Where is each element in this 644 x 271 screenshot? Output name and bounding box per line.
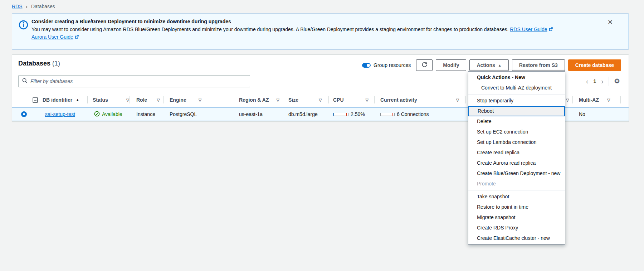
banner-close-icon[interactable]: ✕ [608, 18, 613, 26]
current-activity-value: 6 Connections [397, 111, 429, 117]
toggle-switch-icon[interactable] [362, 63, 371, 68]
page-title-count: (1) [52, 60, 60, 67]
current-activity-cell: 6 Connections [380, 108, 429, 121]
banner-body-text: You may want to consider using Amazon RD… [31, 26, 508, 32]
sort-icon: ▽ [607, 98, 610, 102]
create-database-button[interactable]: Create database [568, 59, 621, 71]
refresh-button[interactable] [416, 59, 433, 71]
sort-icon: ▽ [366, 98, 369, 102]
column-header-status[interactable]: Status▽ [93, 93, 129, 107]
status-available-check-icon [94, 111, 100, 118]
info-banner: Consider creating a Blue/Green Deploymen… [12, 14, 629, 49]
cpu-value: 2.50% [351, 111, 365, 117]
column-header-region-az[interactable]: Region & AZ▽ [239, 93, 279, 107]
toolbar: Group resources Modify Actions ▲ Restore… [362, 59, 621, 71]
external-link-icon [74, 34, 79, 41]
menu-item-delete[interactable]: Delete [468, 116, 565, 127]
status-text: Available [102, 111, 122, 117]
menu-item-set-up-lambda-connection[interactable]: Set up Lambda connection [468, 137, 565, 147]
table-settings-gear-icon[interactable]: ⚙ [614, 77, 620, 86]
menu-item-migrate-snapshot[interactable]: Migrate snapshot [468, 212, 565, 223]
db-identifier-link[interactable]: sai-setup-test [45, 111, 75, 117]
collapse-all-checkbox[interactable] [33, 97, 38, 103]
multi-az-cell: No [579, 108, 585, 121]
group-resources-label: Group resources [374, 62, 411, 68]
menu-item-convert-to-multi-az-deployment[interactable]: Convert to Multi-AZ deployment [468, 83, 565, 93]
size-cell: db.m5d.large [288, 108, 318, 121]
pagination-divider [609, 77, 609, 86]
caret-up-icon: ▲ [498, 63, 502, 67]
rds-user-guide-link[interactable]: RDS User Guide [510, 26, 553, 32]
restore-from-s3-button[interactable]: Restore from S3 [512, 59, 565, 71]
info-icon [19, 20, 28, 31]
page-title-text: Databases [18, 60, 50, 67]
region-az-cell: us-east-1a [239, 108, 263, 121]
menu-item-stop-temporarily[interactable]: Stop temporarily [468, 96, 565, 106]
previous-page-icon[interactable]: ‹ [586, 76, 589, 86]
sort-icon: ▽ [456, 98, 459, 102]
column-header-cpu[interactable]: CPU▽ [333, 93, 369, 107]
menu-item-create-blue-green-deployment-new[interactable]: Create Blue/Green Deployment - new [468, 168, 565, 179]
search-icon [22, 78, 28, 84]
status-cell: Available [94, 108, 122, 121]
sort-icon: ▽ [157, 98, 160, 102]
breadcrumb-current: Databases [31, 4, 55, 9]
menu-item-create-elasticache-cluster-new[interactable]: Create ElastiCache cluster - new [468, 233, 565, 243]
role-cell: Instance [136, 108, 155, 121]
external-link-icon [548, 26, 553, 33]
sort-ascending-icon: ▲ [75, 98, 79, 102]
menu-item-quick-actions-new: Quick Actions - New [468, 72, 565, 83]
cpu-usage-bar [333, 113, 348, 116]
column-header-role[interactable]: Role▽ [136, 93, 160, 107]
cpu-cell: 2.50% [333, 108, 365, 121]
menu-item-restore-to-point-in-time[interactable]: Restore to point in time [468, 202, 565, 212]
menu-item-promote: Promote [468, 179, 565, 189]
sort-icon: ▽ [199, 98, 201, 102]
filter-databases-input[interactable] [30, 78, 246, 84]
filter-container [18, 75, 250, 87]
actions-menu: Quick Actions - NewConvert to Multi-AZ d… [468, 71, 565, 245]
sort-icon: ▽ [126, 98, 129, 102]
actions-button[interactable]: Actions ▲ [469, 59, 508, 71]
menu-item-create-rds-proxy[interactable]: Create RDS Proxy [468, 223, 565, 233]
column-header-multi-az[interactable]: Multi-AZ▽ [579, 93, 610, 107]
menu-item-take-snapshot[interactable]: Take snapshot [468, 192, 565, 202]
page-title: Databases (1) [18, 60, 60, 67]
menu-item-reboot[interactable]: Reboot [468, 106, 565, 116]
actions-button-label: Actions [477, 62, 495, 68]
breadcrumb-rds-link[interactable]: RDS [12, 4, 23, 9]
menu-divider [468, 94, 565, 95]
refresh-icon [421, 62, 428, 69]
page-number[interactable]: 1 [593, 78, 596, 84]
column-header-engine[interactable]: Engine▽ [170, 93, 201, 107]
sort-icon: ▽ [566, 98, 569, 102]
row-select-radio[interactable] [21, 111, 27, 117]
pagination: ‹ 1 › ⚙ [586, 76, 620, 86]
rds-databases-page: RDS › Databases Consider creating a Blue… [0, 0, 644, 271]
menu-item-create-aurora-read-replica[interactable]: Create Aurora read replica [468, 158, 565, 168]
activity-bar [380, 113, 395, 116]
menu-divider [468, 190, 565, 190]
menu-item-set-up-ec2-connection[interactable]: Set up EC2 connection [468, 127, 565, 137]
menu-item-create-read-replica[interactable]: Create read replica [468, 147, 565, 158]
engine-cell: PostgreSQL [170, 108, 197, 121]
group-resources-toggle[interactable]: Group resources [362, 62, 411, 68]
breadcrumb-separator-icon: › [26, 4, 28, 9]
next-page-icon[interactable]: › [601, 76, 604, 86]
banner-text: You may want to consider using Amazon RD… [31, 26, 557, 41]
column-header-size[interactable]: Size▽ [288, 93, 322, 107]
column-header-current-activity[interactable]: Current activity▽ [380, 93, 459, 107]
aurora-user-guide-link[interactable]: Aurora User Guide [31, 34, 79, 40]
modify-button[interactable]: Modify [436, 59, 466, 71]
breadcrumb: RDS › Databases [12, 4, 55, 9]
sort-icon: ▽ [319, 98, 322, 102]
sort-icon: ▽ [276, 98, 279, 102]
column-header-db-identifier[interactable]: DB identifier▲ [43, 93, 79, 107]
column-header-hidden[interactable]: ▽ [566, 93, 569, 107]
banner-title: Consider creating a Blue/Green Deploymen… [31, 18, 557, 25]
